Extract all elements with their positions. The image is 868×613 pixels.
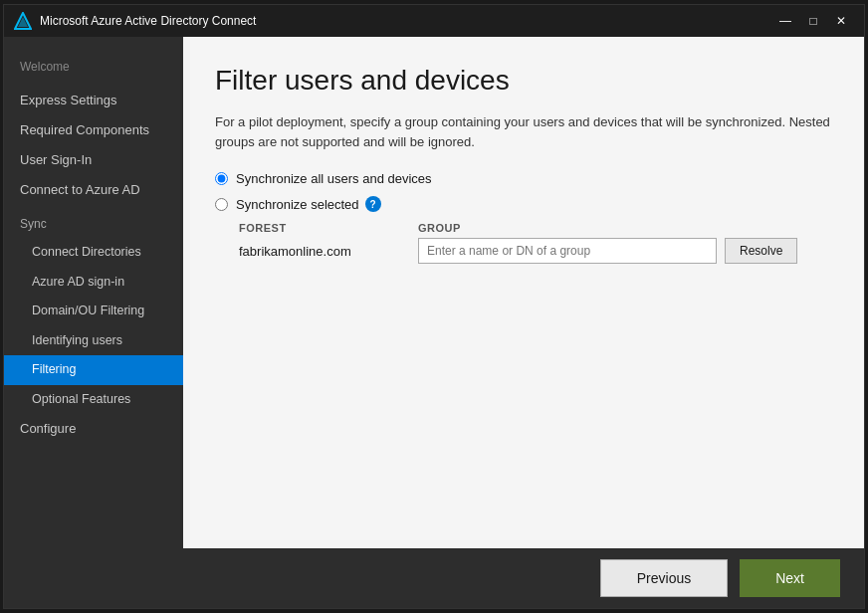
sidebar-item-connect-azure-ad[interactable]: Connect to Azure AD [4, 175, 183, 205]
azure-icon [14, 12, 32, 30]
col-group-header: GROUP [418, 222, 461, 234]
title-bar: Microsoft Azure Active Directory Connect… [4, 5, 864, 37]
sidebar-item-identifying-users[interactable]: Identifying users [4, 326, 183, 356]
sidebar-item-configure[interactable]: Configure [4, 414, 183, 444]
radio-selected-input[interactable] [215, 198, 228, 211]
sidebar-item-filtering[interactable]: Filtering [4, 355, 183, 385]
sidebar-item-express-settings[interactable]: Express Settings [4, 86, 183, 115]
resolve-button[interactable]: Resolve [725, 238, 797, 264]
close-button[interactable]: ✕ [828, 11, 854, 31]
sidebar-item-optional-features[interactable]: Optional Features [4, 385, 183, 415]
description-text: For a pilot deployment, specify a group … [215, 112, 832, 151]
forest-value: fabrikamonline.com [239, 244, 418, 259]
help-icon[interactable]: ? [365, 196, 381, 212]
next-button[interactable]: Next [740, 559, 840, 597]
main-window: Microsoft Azure Active Directory Connect… [3, 4, 865, 609]
main-content: Filter users and devices For a pilot dep… [183, 37, 864, 548]
sidebar-section-sync: Sync [4, 206, 183, 239]
sidebar: Welcome Express Settings Required Compon… [4, 37, 183, 548]
sidebar-item-required-components[interactable]: Required Components [4, 115, 183, 145]
col-forest-header: FOREST [239, 222, 418, 234]
group-input[interactable] [418, 238, 717, 264]
sync-table: FOREST GROUP fabrikamonline.com Resolve [239, 222, 832, 264]
radio-all-input[interactable] [215, 172, 228, 185]
sidebar-item-domain-ou-filtering[interactable]: Domain/OU Filtering [4, 297, 183, 326]
window-controls: — □ ✕ [772, 11, 854, 31]
previous-button[interactable]: Previous [600, 559, 728, 597]
sidebar-item-user-sign-in[interactable]: User Sign-In [4, 145, 183, 175]
maximize-button[interactable]: □ [800, 11, 826, 31]
sidebar-item-azure-ad-signin[interactable]: Azure AD sign-in [4, 268, 183, 298]
table-header: FOREST GROUP [239, 222, 832, 234]
main-panel: Filter users and devices For a pilot dep… [183, 37, 864, 548]
table-row: fabrikamonline.com Resolve [239, 238, 832, 264]
radio-all-option[interactable]: Synchronize all users and devices [215, 171, 832, 186]
page-title: Filter users and devices [215, 65, 832, 97]
radio-selected-label[interactable]: Synchronize selected [236, 197, 359, 212]
radio-all-label[interactable]: Synchronize all users and devices [236, 171, 432, 186]
radio-selected-option[interactable]: Synchronize selected ? [215, 196, 832, 212]
content-area: Welcome Express Settings Required Compon… [4, 37, 864, 548]
sidebar-item-connect-directories[interactable]: Connect Directories [4, 238, 183, 268]
window-title: Microsoft Azure Active Directory Connect [40, 14, 772, 28]
sidebar-item-welcome: Welcome [4, 53, 183, 82]
minimize-button[interactable]: — [772, 11, 798, 31]
footer: Previous Next [4, 548, 864, 608]
